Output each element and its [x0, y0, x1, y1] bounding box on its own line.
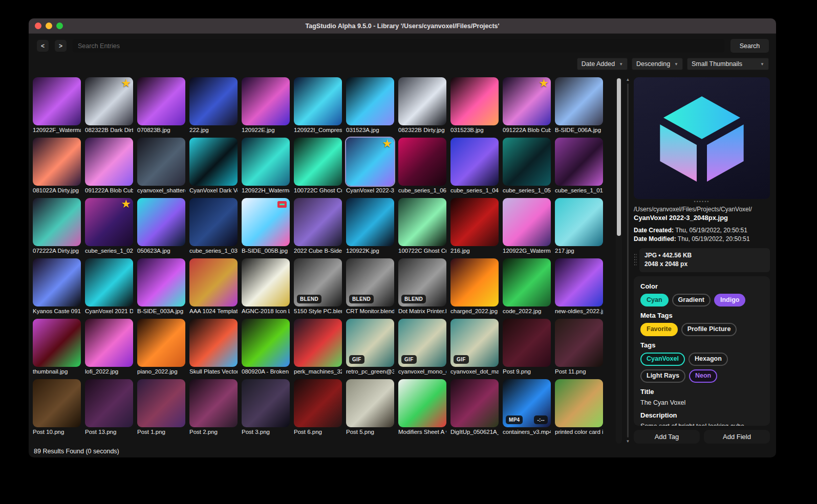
thumbnail-image[interactable]: GIF	[346, 319, 394, 367]
grid-item[interactable]: 120922F_Watermark	[33, 77, 81, 135]
preview-image[interactable]	[634, 77, 770, 199]
grid-item[interactable]: CyanVoxel Dark Vox	[189, 138, 238, 195]
thumbnail-image[interactable]	[346, 379, 394, 427]
search-button[interactable]: Search	[730, 39, 769, 53]
grid-item[interactable]: 072222A Dirty.jpg	[33, 198, 81, 255]
thumbnail-image[interactable]	[294, 379, 342, 427]
grid-item[interactable]: B-SIDE_003A.jpg	[137, 258, 185, 316]
thumbnail-image[interactable]	[189, 319, 238, 367]
thumbnail-image[interactable]	[398, 138, 446, 186]
thumbnail-image[interactable]	[85, 379, 133, 427]
grid-item[interactable]: new-oldies_2022.jp	[555, 258, 603, 316]
back-button[interactable]: <	[37, 40, 49, 52]
thumbnail-image[interactable]	[503, 138, 551, 186]
tag-pill-indigo[interactable]: Indigo	[714, 294, 746, 307]
panel-resize-handle[interactable]: ••••••	[634, 199, 770, 205]
tag-pill-profile-picture[interactable]: Profile Picture	[681, 323, 737, 336]
thumbnail-image[interactable]: ★	[503, 77, 551, 125]
grid-item[interactable]: 120922E.jpg	[242, 77, 290, 135]
tag-pill-neon[interactable]: Neon	[689, 369, 717, 383]
grid-item[interactable]: cube_series_1_03.j	[189, 198, 238, 255]
forward-button[interactable]: >	[55, 40, 67, 52]
sort-field-dropdown[interactable]: Date Added ▼	[577, 58, 628, 70]
sort-order-dropdown[interactable]: Descending ▼	[632, 58, 683, 70]
thumbnail-image[interactable]	[242, 77, 290, 125]
add-tag-button[interactable]: Add Tag	[634, 430, 700, 444]
grid-item[interactable]: B-SIDE_005B.jpg	[242, 198, 290, 255]
thumbnail-image[interactable]	[189, 258, 238, 306]
grid-item[interactable]: 050623A.jpg	[137, 198, 185, 255]
grid-item[interactable]: CyanVoxel 2021 Dis	[85, 258, 133, 316]
scroll-up-icon[interactable]: ▲	[626, 77, 630, 82]
thumbnail-image[interactable]	[555, 77, 603, 125]
grid-item[interactable]: BLEND 5150 Style PC.blend	[294, 258, 342, 316]
grid-item[interactable]: Post 5.png	[346, 379, 394, 436]
grid-item[interactable]: thumbnail.jpg	[33, 319, 81, 376]
thumbnail-image[interactable]	[33, 258, 81, 306]
thumbnail-image[interactable]	[555, 379, 603, 427]
grid-item[interactable]: AGNC-2018 Icon Lo	[242, 258, 290, 316]
thumbnail-image[interactable]	[294, 198, 342, 246]
panel-scrollbar-track[interactable]	[627, 83, 629, 437]
thumbnail-image[interactable]	[85, 319, 133, 367]
grid-item[interactable]: GIF cyanvoxel_dot_mat	[450, 319, 499, 376]
grid-item[interactable]: ★ cube_series_1_02.j	[85, 198, 133, 255]
thumbnail-image[interactable]	[555, 198, 603, 246]
grid-scrollbar[interactable]	[616, 77, 622, 444]
thumbnail-image[interactable]	[33, 77, 81, 125]
thumbnail-image[interactable]	[555, 138, 603, 186]
thumbnail-image[interactable]	[137, 379, 185, 427]
tag-pill-gradient[interactable]: Gradient	[672, 294, 711, 307]
thumbnail-image[interactable]: ★	[346, 138, 394, 186]
grid-item[interactable]: Skull Plates Vector	[189, 319, 238, 376]
grid-item[interactable]: cyanvoxel_shattere	[137, 138, 185, 195]
thumbnail-image[interactable]	[242, 138, 290, 186]
thumbnail-image[interactable]	[137, 138, 185, 186]
grid-item[interactable]: lofi_2022.jpg	[85, 319, 133, 376]
thumbnail-image[interactable]	[346, 77, 394, 125]
grid-item[interactable]: 082322B Dirty.jpg	[398, 77, 446, 135]
thumbnail-image[interactable]	[503, 198, 551, 246]
grid-item[interactable]: Post 2.png	[189, 379, 238, 436]
tag-pill-cyanvoxel[interactable]: CyanVoxel	[640, 353, 685, 366]
grid-item[interactable]: cube_series_1_04.j	[450, 138, 499, 195]
grid-item[interactable]: Post 9.png	[503, 319, 551, 376]
thumbnail-image[interactable]: ★	[85, 77, 133, 125]
file-name[interactable]: CyanVoxel 2022-3_2048px.jpg	[634, 214, 770, 222]
grid-item[interactable]: 120922G_Watermar	[503, 198, 551, 255]
thumbnail-image[interactable]	[85, 258, 133, 306]
grid-item[interactable]: 100722C Ghost Cut	[294, 138, 342, 195]
tag-pill-favorite[interactable]: Favorite	[640, 323, 678, 336]
thumbnail-image[interactable]	[242, 379, 290, 427]
maximize-window-icon[interactable]	[56, 23, 63, 29]
drag-grip-icon[interactable]	[634, 253, 637, 267]
grid-item[interactable]: Post 1.png	[137, 379, 185, 436]
thumbnail-image[interactable]	[189, 379, 238, 427]
grid-item[interactable]: 031523B.jpg	[450, 77, 499, 135]
thumbnail-image[interactable]	[294, 319, 342, 367]
thumbnail-image[interactable]	[398, 379, 446, 427]
thumbnail-image[interactable]	[189, 138, 238, 186]
grid-item[interactable]: 080920A - Broken I	[242, 319, 290, 376]
thumbnail-image[interactable]	[398, 77, 446, 125]
description-value[interactable]: Some sort of bright teal looking cube.	[640, 423, 763, 426]
thumbnail-image[interactable]	[137, 258, 185, 306]
grid-item[interactable]: 120922H_Watermar	[242, 138, 290, 195]
grid-item[interactable]: 216.jpg	[450, 198, 499, 255]
thumbnail-image[interactable]: BLEND	[398, 258, 446, 306]
grid-item[interactable]: Post 10.png	[33, 379, 81, 436]
grid-item[interactable]: 217.jpg	[555, 198, 603, 255]
grid-item[interactable]: perk_machines_32p	[294, 319, 342, 376]
thumbnail-image[interactable]	[189, 198, 238, 246]
grid-item[interactable]: cube_series_1_01.j	[555, 138, 603, 195]
thumbnail-image[interactable]	[450, 198, 499, 246]
grid-item[interactable]: cube_series_1_06.j	[398, 138, 446, 195]
thumbnail-image[interactable]	[189, 77, 238, 125]
add-field-button[interactable]: Add Field	[704, 430, 770, 444]
thumbnail-image[interactable]	[33, 319, 81, 367]
thumbnail-image[interactable]	[450, 77, 499, 125]
thumbnail-image[interactable]	[555, 258, 603, 306]
grid-item[interactable]: GIF retro_pc_green@3x	[346, 319, 394, 376]
grid-item[interactable]: 2022 Cube B-Sides	[294, 198, 342, 255]
tag-pill-light-rays[interactable]: Light Rays	[640, 369, 685, 383]
